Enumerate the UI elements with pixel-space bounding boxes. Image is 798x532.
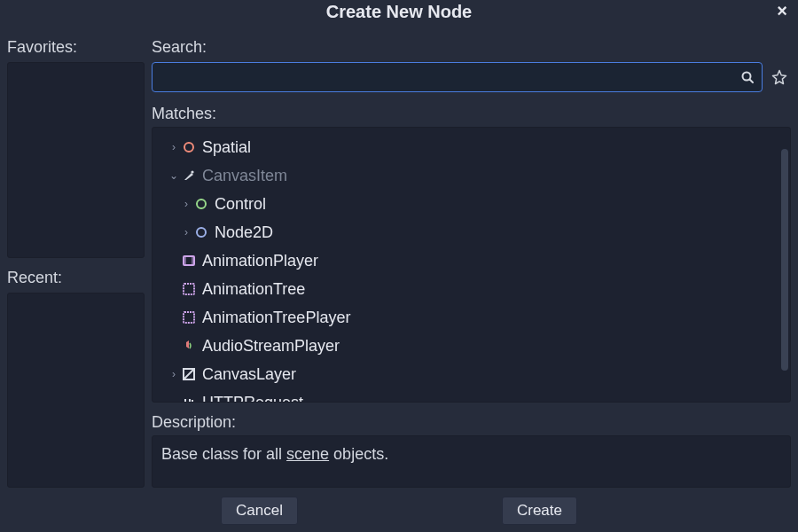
tree-row-animationtreeplayer[interactable]: AnimationTreePlayer xyxy=(161,303,781,332)
tree-row-canvaslayer[interactable]: › CanvasLayer xyxy=(161,360,781,388)
chevron-right-icon[interactable]: › xyxy=(181,198,192,210)
svg-rect-6 xyxy=(184,284,194,294)
chevron-right-icon[interactable]: › xyxy=(181,226,192,239)
matches-tree: › Spatial ⌄ Ca xyxy=(153,128,790,402)
tree-row-animationplayer[interactable]: AnimationPlayer xyxy=(161,246,781,275)
tree-row-control[interactable]: › Control xyxy=(161,190,781,218)
audiostreamplayer-icon xyxy=(181,338,197,354)
favorite-toggle-button[interactable] xyxy=(768,66,791,89)
tree-label: Control xyxy=(215,195,266,214)
search-input-wrap xyxy=(152,62,763,92)
tree-label: AudioStreamPlayer xyxy=(202,337,340,356)
favorites-list[interactable] xyxy=(7,62,145,258)
tree-row-httprequest[interactable]: HTTPRequest xyxy=(161,388,781,402)
node2d-icon xyxy=(193,224,209,240)
matches-panel[interactable]: › Spatial ⌄ Ca xyxy=(152,127,791,403)
favorites-label: Favorites: xyxy=(7,27,145,62)
animationplayer-icon xyxy=(181,253,197,269)
description-panel: Base class for all scene objects. xyxy=(152,435,791,488)
httprequest-icon xyxy=(181,395,197,402)
create-button[interactable]: Create xyxy=(502,497,577,525)
left-column: Favorites: Recent: xyxy=(7,27,145,488)
animationtreeplayer-icon xyxy=(181,309,197,325)
tree-label: CanvasItem xyxy=(202,167,287,185)
tree-label: AnimationTree xyxy=(202,280,305,299)
svg-rect-7 xyxy=(184,312,194,323)
tree-row-canvasitem[interactable]: ⌄ CanvasItem xyxy=(161,161,781,190)
tree-label: AnimationTreePlayer xyxy=(202,309,350,327)
svg-line-9 xyxy=(184,369,194,379)
right-column: Search: Matches: xyxy=(152,27,791,488)
tree-row-audiostreamplayer[interactable]: AudioStreamPlayer xyxy=(161,332,781,360)
canvasitem-icon xyxy=(181,168,197,184)
tree-row-animationtree[interactable]: AnimationTree xyxy=(161,275,781,303)
tree-row-spatial[interactable]: › Spatial xyxy=(161,133,781,161)
matches-label: Matches: xyxy=(152,92,791,127)
tree-label: AnimationPlayer xyxy=(202,252,318,270)
canvaslayer-icon xyxy=(181,366,197,382)
search-input[interactable] xyxy=(153,63,762,91)
search-icon xyxy=(740,70,755,84)
svg-point-2 xyxy=(191,170,193,173)
dialog-content: Favorites: Recent: Search: xyxy=(0,27,798,488)
tree-label: HTTPRequest xyxy=(202,394,303,403)
close-button[interactable]: × xyxy=(773,2,791,20)
matches-area: › Spatial ⌄ Ca xyxy=(152,127,791,403)
description-link[interactable]: scene xyxy=(286,445,329,463)
cancel-button[interactable]: Cancel xyxy=(221,497,298,525)
control-icon xyxy=(193,196,209,212)
tree-label: Node2D xyxy=(215,223,273,242)
animationtree-icon xyxy=(181,281,197,297)
dialog-buttons: Cancel Create xyxy=(0,488,798,532)
create-node-dialog: Create New Node × Favorites: Recent: Sea… xyxy=(0,0,798,532)
tree-row-node2d[interactable]: › Node2D xyxy=(161,218,781,246)
tree-label: CanvasLayer xyxy=(202,365,296,384)
search-row xyxy=(152,62,791,92)
chevron-down-icon[interactable]: ⌄ xyxy=(168,169,179,182)
recent-label: Recent: xyxy=(7,258,145,293)
svg-line-1 xyxy=(750,80,754,83)
chevron-right-icon[interactable]: › xyxy=(168,368,179,380)
description-text-prefix: Base class for all xyxy=(161,445,286,463)
dialog-title: Create New Node xyxy=(326,2,473,21)
titlebar: Create New Node × xyxy=(0,0,798,27)
description-label: Description: xyxy=(152,403,791,435)
tree-label: Spatial xyxy=(202,138,251,157)
matches-scrollbar[interactable] xyxy=(781,149,788,371)
spatial-icon xyxy=(181,139,197,155)
description-text-suffix: objects. xyxy=(329,445,388,463)
chevron-right-icon[interactable]: › xyxy=(168,141,179,153)
recent-list[interactable] xyxy=(7,293,145,489)
search-label: Search: xyxy=(152,27,791,62)
